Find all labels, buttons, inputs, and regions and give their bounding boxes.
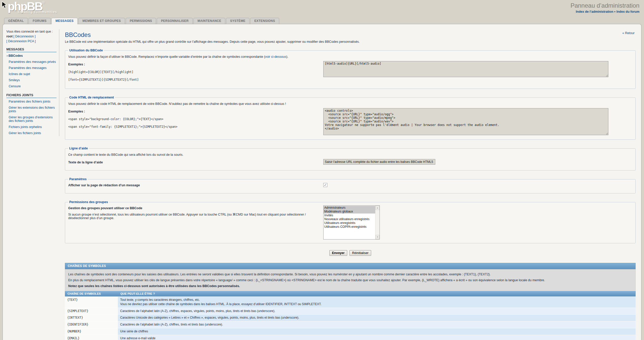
logout-pca-link[interactable]: [ Déconnexion PCA ] <box>6 39 36 43</box>
check-icon: ✓ <box>324 183 327 187</box>
reinitialiser-button[interactable]: Réinitialiser <box>349 250 371 256</box>
tokens-table-header: CHAÎNE DE SYMBOLES QUE PEUT-ELLE ÊTRE ? <box>65 291 636 296</box>
token-cell: {NUMBER} <box>65 328 118 335</box>
tokens-note: Notez que seules les chaînes listées ci-… <box>68 284 632 288</box>
option-utilisateurs-coppa[interactable]: Utilisateurs COPPA enregistrés <box>324 225 375 229</box>
sidebar-section-messages: MESSAGES <box>6 47 57 52</box>
tab-forums[interactable]: FORUMS <box>29 18 50 24</box>
logo-registered-mark: ® <box>42 1 45 5</box>
sidebar-item-parametres-messages-prives[interactable]: Paramètres des messages privés <box>6 59 57 65</box>
sidebar-item-gerer-extensions[interactable]: Gérer les extensions des fichiers joints <box>6 105 57 114</box>
bbcode-form: Utilisation du BBCode Vous pouvez défini… <box>65 49 636 256</box>
tab-personnaliser[interactable]: PERSONNALISER <box>157 18 193 24</box>
tab-membres-et-groupes[interactable]: MEMBRES ET GROUPES <box>78 18 125 24</box>
tab-messages[interactable]: MESSAGES <box>51 18 78 24</box>
sidebar-item-icones-sujet[interactable]: Icônes de sujet <box>6 71 57 77</box>
sidebar-item-parametres-messages[interactable]: Paramètres des messages <box>6 65 57 71</box>
back-link[interactable]: « Retour <box>622 31 635 35</box>
scroll-down-icon[interactable]: ▼ <box>375 235 380 239</box>
option-utilisateurs-enregistres[interactable]: Utilisateurs enregistrés <box>324 221 375 225</box>
html-example-1: <span style="background-color: {COLOR};"… <box>68 117 320 121</box>
logout-link[interactable]: [ Déconnexion ] <box>13 35 36 38</box>
tab-permissions[interactable]: PERMISSIONS <box>126 18 156 24</box>
show-on-posting-label: Afficher sur la page de rédaction d’un m… <box>68 183 320 187</box>
permissions-groupes-fieldset: Permissions des groupes Gestion des grou… <box>65 200 636 243</box>
sidebar-item-parametres-fichiers-joints[interactable]: Paramètres des fichiers joints <box>6 98 57 105</box>
envoyer-button[interactable]: Envoyer <box>329 250 347 256</box>
desc-cell: Tout texte, y compris les caractères étr… <box>118 297 636 308</box>
desc-cell: Caractères de l’alphabet latin (A-Z), ch… <box>118 321 636 328</box>
voir-ci-dessous-link[interactable]: voir ci-dessous <box>265 55 286 59</box>
col-header-description: QUE PEUT-ELLE ÊTRE ? <box>118 291 635 296</box>
helpline-input[interactable] <box>323 159 435 165</box>
html-example-2: <span style="font-family: {SIMPLETEXT1};… <box>68 125 320 129</box>
tab-maintenance[interactable]: MAINTENANCE <box>193 18 225 24</box>
forum-index-link[interactable]: Index du forum <box>617 10 639 13</box>
usage-fieldset: Utilisation du BBCode Vous pouvez défini… <box>65 49 636 89</box>
html-replacement-legend: Code HTML de remplacement <box>68 96 115 99</box>
tokens-paragraph-2: En plus du remplacement HTML, vous pouve… <box>68 278 632 282</box>
scroll-up-icon[interactable]: ▲ <box>375 206 380 210</box>
tab-systeme[interactable]: SYSTÈME <box>226 18 249 24</box>
usage-example-1: [highlight={COLOR}]{TEXT}[/highlight] <box>68 70 320 74</box>
page-title: BBCodes <box>65 31 636 38</box>
login-status: Vous êtes connecté en tant que : root [ … <box>6 29 57 44</box>
groups-explain: Si aucun groupe n’est sélectionné, tous … <box>68 212 320 220</box>
admin-panel-title: Panneau d’administration <box>570 2 639 9</box>
token-cell: {INTTEXT} <box>65 315 118 321</box>
desc-cell: Caractères Unicode des catégories « Lett… <box>118 315 636 321</box>
page-intro: Le BBCode est une implémentation spécial… <box>65 40 636 44</box>
option-administrateurs[interactable]: Administrateurs <box>324 206 375 210</box>
sidebar-item-bbcodes[interactable]: ›BBCodes <box>6 53 57 59</box>
groups-multiselect[interactable]: Administrateurs Modérateurs globaux Invi… <box>323 205 380 239</box>
groups-label: Gestion des groupes pouvant utiliser ce … <box>68 206 320 210</box>
col-header-token: CHAÎNE DE SYMBOLES <box>65 291 118 296</box>
table-row-identifier: {IDENTIFIER} Caractères de l’alphabet la… <box>65 321 636 328</box>
bbcode-usage-textarea[interactable]: [html5-audio]{URL}[/html5-audio] <box>323 61 608 77</box>
submit-row: Envoyer Réinitialiser <box>65 250 636 256</box>
option-moderateurs-globaux[interactable]: Modérateurs globaux <box>324 210 375 214</box>
tab-bar: GÉNÉRALFORUMSMESSAGESMEMBRES ET GROUPESP… <box>0 18 644 24</box>
link-separator: • <box>614 10 615 13</box>
usage-example-2: [font={SIMPLETEXT1}]{SIMPLETEXT2}[/font] <box>68 78 320 81</box>
table-row-number: {NUMBER} Une série de chiffres <box>65 328 636 335</box>
helpline-fieldset: Ligne d’aide Ce champ contient le texte … <box>65 147 636 171</box>
show-on-posting-checkbox[interactable]: ✓ <box>323 183 327 187</box>
page-header: phpBB® creating communities Panneau d’ad… <box>0 0 644 18</box>
mouse-cursor-icon <box>2 1 7 9</box>
usage-legend: Utilisation du BBCode <box>68 49 104 52</box>
permissions-groupes-legend: Permissions des groupes <box>68 200 109 204</box>
usage-explain: Vous pouvez définir la façon d’utiliser … <box>68 55 632 59</box>
helpline-label: Texte de la ligne d’aide <box>68 161 320 164</box>
parametres-legend: Paramètres <box>68 177 88 181</box>
sidebar-item-smileys[interactable]: Smileys <box>6 77 57 83</box>
token-cell: {EMAIL} <box>65 335 118 340</box>
html-replacement-fieldset: Code HTML de remplacement Vous pouvez dé… <box>65 96 636 140</box>
tokens-table-title: CHAÎNES DE SYMBOLES <box>65 263 636 269</box>
helpline-explain: Ce champ contient le texte du BBCode qui… <box>68 153 632 157</box>
tab-general[interactable]: GÉNÉRAL <box>4 18 28 24</box>
tab-extensions[interactable]: EXTENSIONS <box>250 18 279 24</box>
tokens-table-description: Les chaînes de symboles sont des contene… <box>65 269 636 291</box>
active-item-arrow-icon: › <box>7 54 8 58</box>
table-row-simpletext: {SIMPLETEXT} Caractères de l’alphabet la… <box>65 308 636 315</box>
option-nouveaux-utilisateurs[interactable]: Nouveaux utilisateurs enregistrés <box>324 217 375 221</box>
admin-index-link[interactable]: Index de l’administration <box>576 10 613 13</box>
sidebar-item-censure[interactable]: Censure <box>6 83 57 89</box>
usage-examples-label: Exemples : <box>68 63 320 66</box>
username: root <box>6 35 12 38</box>
html-replacement-textarea[interactable]: <audio controls> <source src="{URL}" typ… <box>323 108 608 135</box>
login-status-text: Vous êtes connecté en tant que : <box>6 30 53 33</box>
sidebar-item-gerer-fichiers-joints[interactable]: Gérer les fichiers joints <box>6 130 57 136</box>
listbox-scrollbar[interactable]: ▲ ▼ <box>375 206 380 239</box>
sidebar-item-gerer-groupes-extensions[interactable]: Gérer les groupes d’extensions des fichi… <box>6 114 57 124</box>
content-area: « Retour BBCodes Le BBCode est une implé… <box>59 24 641 340</box>
desc-cell: Une série de chiffres <box>118 328 636 335</box>
token-cell: {TEXT} <box>65 297 118 308</box>
sidebar: Vous êtes connecté en tant que : root [ … <box>3 24 59 340</box>
option-invites[interactable]: Invités <box>324 214 375 217</box>
sidebar-item-fichiers-orphelins[interactable]: Fichiers joints orphelins <box>6 124 57 130</box>
main-panel: Vous êtes connecté en tant que : root [ … <box>3 24 641 340</box>
phpbb-logo[interactable]: phpBB® creating communities <box>8 1 57 13</box>
html-examples-label: Exemples : <box>68 110 320 113</box>
